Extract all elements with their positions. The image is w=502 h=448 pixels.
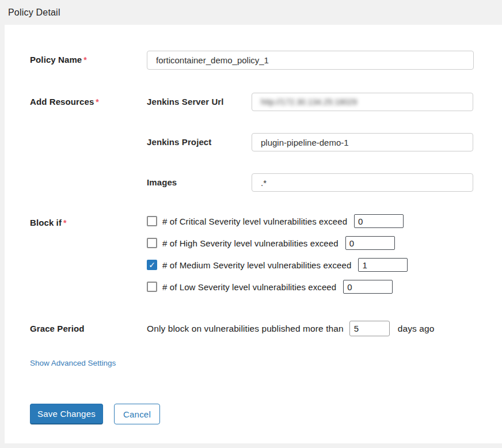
low-severity-checkbox[interactable]: ✓	[147, 282, 157, 292]
block-if-rules: ✓ # of Critical Severity level vulnerabi…	[147, 214, 408, 301]
title-bar: Policy Detail	[0, 0, 502, 25]
images-row: Images	[30, 173, 502, 192]
grace-period-content: Only block on vulnerabilities published …	[147, 321, 435, 336]
policy-name-row: Policy Name*	[30, 51, 502, 70]
page-title: Policy Detail	[8, 7, 60, 18]
grace-period-input[interactable]	[349, 321, 390, 336]
redacted-url-text: http://172.30.134.25:18029	[261, 97, 357, 107]
high-severity-checkbox[interactable]: ✓	[147, 238, 157, 248]
block-if-label: Block if*	[30, 214, 147, 227]
high-threshold-input[interactable]	[345, 236, 395, 250]
add-resources-label-text: Add Resources	[30, 97, 94, 107]
critical-severity-checkbox[interactable]: ✓	[147, 216, 157, 226]
required-asterisk: *	[96, 97, 99, 107]
jenkins-project-row: Jenkins Project	[30, 133, 502, 151]
jenkins-server-url-input[interactable]: http://172.30.134.25:18029	[252, 93, 473, 111]
policy-name-input[interactable]	[147, 51, 474, 70]
block-rule-row-medium: ✓ # of Medium Severity level vulnerabili…	[147, 257, 408, 272]
check-icon: ✓	[149, 261, 155, 269]
grace-period-label: Grace Period	[30, 324, 147, 333]
required-asterisk: *	[83, 55, 87, 64]
grace-period-suffix: days ago	[398, 324, 435, 334]
jenkins-project-input[interactable]	[252, 133, 473, 151]
show-advanced-settings-link[interactable]: Show Advanced Settings	[30, 359, 116, 367]
spacer-col	[30, 133, 147, 137]
block-if-label-text: Block if	[30, 218, 62, 227]
bottom-margin-strip	[0, 443, 502, 448]
block-rule-row-critical: ✓ # of Critical Severity level vulnerabi…	[147, 214, 408, 229]
block-rule-row-high: ✓ # of High Severity level vulnerabiliti…	[147, 236, 408, 250]
grace-period-row: Grace Period Only block on vulnerabiliti…	[30, 321, 502, 336]
block-rule-label: # of High Severity level vulnerabilities…	[162, 238, 339, 248]
images-input[interactable]	[252, 173, 473, 192]
block-rule-label: # of Critical Severity level vulnerabili…	[162, 217, 347, 226]
spacer-col	[30, 173, 147, 177]
required-asterisk: *	[63, 218, 67, 227]
button-row: Save Changes Cancel	[30, 404, 502, 424]
low-threshold-input[interactable]	[343, 280, 393, 294]
block-if-section: Block if* ✓ # of Critical Severity level…	[30, 214, 502, 301]
medium-threshold-input[interactable]	[358, 258, 408, 272]
critical-threshold-input[interactable]	[354, 214, 404, 228]
images-label: Images	[147, 173, 252, 187]
save-changes-button[interactable]: Save Changes	[30, 404, 103, 424]
policy-detail-panel: Policy Name* Add Resources* Jenkins Serv…	[5, 25, 502, 443]
block-rule-label: # of Low Severity level vulnerabilities …	[162, 282, 336, 292]
grace-period-prefix: Only block on vulnerabilities published …	[147, 324, 344, 334]
jenkins-server-url-row: Add Resources* Jenkins Server Url http:/…	[30, 93, 502, 111]
block-rule-label: # of Medium Severity level vulnerabiliti…	[162, 260, 351, 270]
jenkins-server-url-label: Jenkins Server Url	[147, 93, 252, 107]
medium-severity-checkbox[interactable]: ✓	[147, 260, 157, 270]
cancel-button[interactable]: Cancel	[114, 404, 160, 424]
policy-name-label-text: Policy Name	[30, 55, 82, 64]
add-resources-label: Add Resources*	[30, 93, 147, 107]
block-rule-row-low: ✓ # of Low Severity level vulnerabilitie…	[147, 279, 408, 294]
policy-name-label: Policy Name*	[30, 51, 147, 64]
jenkins-project-label: Jenkins Project	[147, 133, 252, 147]
